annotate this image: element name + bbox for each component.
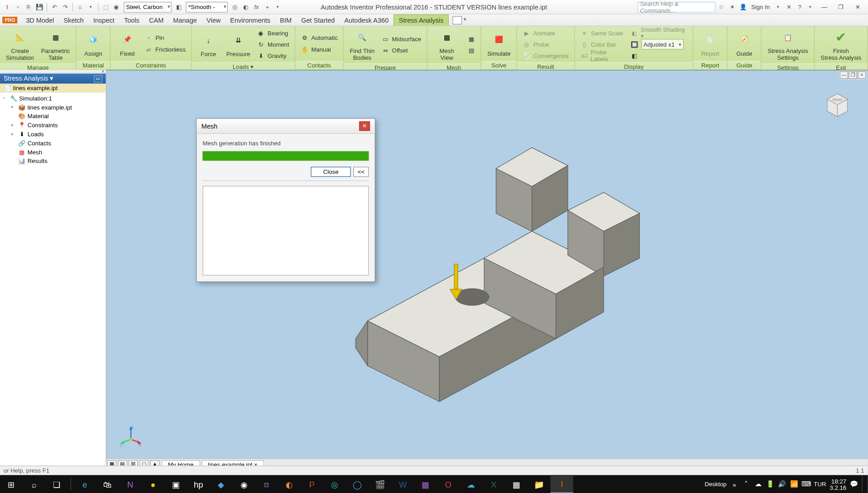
show-desktop-button[interactable] [862, 475, 865, 493]
mesh-local-button[interactable]: ▨ [465, 45, 477, 56]
mesh-view-button[interactable]: ▩Mesh View [431, 28, 463, 62]
pressure-button[interactable]: ⇊Pressure [224, 30, 253, 58]
keyboard-icon[interactable]: ⌨ [802, 480, 810, 488]
open-icon[interactable]: ⎘ [24, 2, 34, 12]
app-icon-5[interactable]: ◯ [346, 475, 369, 493]
tab-inspect[interactable]: Inspect [88, 15, 119, 26]
report-button[interactable]: 📄Report [697, 29, 724, 57]
appearance-combo[interactable]: *Smooth - [186, 1, 228, 12]
firefox-icon[interactable]: ◐ [278, 475, 301, 493]
midsurface-button[interactable]: ▭Midsurface [379, 34, 423, 45]
tab-a360[interactable]: Autodesk A360 [340, 15, 393, 26]
offset-button[interactable]: ⇔Offset [379, 45, 423, 56]
material-combo[interactable]: Steel, Carbon [124, 1, 172, 12]
app-icon-4[interactable]: ◎ [323, 475, 346, 493]
material-swatch-icon[interactable]: ◉ [112, 2, 121, 12]
mdi-minimize-button[interactable]: ― [840, 71, 848, 79]
onedrive-icon[interactable]: ☁ [754, 480, 762, 488]
tree-constraints[interactable]: +📍Constraints [2, 121, 103, 130]
close-button[interactable]: Close [311, 167, 351, 177]
tab-cam[interactable]: CAM [144, 15, 168, 26]
fixed-button[interactable]: 📌Fixed [114, 29, 140, 57]
app-icon-2[interactable]: ▣ [164, 475, 187, 493]
sign-in-link[interactable]: Sign In [751, 4, 770, 10]
store-icon[interactable]: 🛍 [96, 475, 119, 493]
display-extra-button[interactable]: ◧ [628, 50, 689, 61]
tree-results[interactable]: 📊Results [2, 157, 103, 166]
save-icon[interactable]: 💾 [35, 2, 44, 12]
exchange-icon[interactable]: ✕ [784, 2, 794, 12]
dialog-log[interactable] [202, 186, 369, 276]
moment-button[interactable]: ↻Moment [255, 39, 291, 50]
settings-button[interactable]: 📋Stress Analysis Settings [765, 28, 810, 62]
find-thin-button[interactable]: 🔍Find Thin Bodies [347, 28, 377, 62]
browser-header[interactable]: Stress Analysis ▾ ▭ [0, 73, 106, 83]
battery-icon[interactable]: 🔋 [766, 480, 774, 488]
adjusted-combo[interactable]: Adjusted x1 [641, 39, 684, 50]
taskview-icon[interactable]: ❏ [45, 475, 68, 493]
visualstudio-icon[interactable]: ⧈ [255, 475, 278, 493]
home-dropdown-icon[interactable]: ▾ [86, 2, 96, 12]
chrome-icon[interactable]: ◉ [232, 475, 255, 493]
help-icon[interactable]: ? [795, 2, 805, 12]
star-icon[interactable]: ☆ [716, 2, 726, 12]
language-indicator[interactable]: TUR [814, 481, 826, 488]
notifications-icon[interactable]: 💬 [850, 480, 858, 488]
gravity-button[interactable]: ⬇Gravity [255, 50, 291, 61]
movies-icon[interactable]: 🎬 [369, 475, 391, 493]
tree-sim[interactable]: −🔧Simulation:1 [2, 94, 103, 103]
tab-manage[interactable]: Manage [168, 15, 202, 26]
appearance-picker-icon[interactable]: ◎ [230, 2, 240, 12]
tab-view[interactable]: View [201, 15, 225, 26]
undo-icon[interactable]: ↶ [50, 2, 59, 12]
dialog-titlebar[interactable]: Mesh ✕ [197, 119, 374, 134]
tab-sketch[interactable]: Sketch [59, 15, 89, 26]
clock[interactable]: 18:27 3.2.16 [830, 478, 846, 491]
word-icon[interactable]: W [392, 475, 414, 493]
plus-icon[interactable]: ＋ [263, 2, 272, 12]
adjusted-toggle[interactable]: 🔲Adjusted x1 [628, 39, 689, 50]
tray-up-icon[interactable]: ˄ [742, 480, 750, 488]
help-dropdown-icon[interactable]: ▾ [806, 2, 815, 12]
search-icon[interactable]: ⌕ [23, 475, 45, 493]
app-icon-3[interactable]: ◆ [210, 475, 232, 493]
mesh-settings-button[interactable]: ▦ [465, 34, 477, 45]
key-icon[interactable]: ✶ [727, 2, 737, 12]
measure-icon[interactable]: ◐ [241, 2, 250, 12]
browser-options-icon[interactable]: ▭ [94, 75, 102, 82]
edge-icon[interactable]: e [73, 475, 96, 493]
new-icon[interactable]: ▫ [13, 2, 23, 12]
desktop-toolbar[interactable]: Desktop [705, 481, 726, 488]
finish-button[interactable]: ✔Finish Stress Analysis [818, 28, 863, 62]
wifi-icon[interactable]: 📶 [790, 480, 798, 488]
user-icon[interactable]: 👤 [738, 2, 748, 12]
tree-material[interactable]: 🎨Material [2, 112, 103, 121]
tab-3d-model[interactable]: 3D Model [21, 15, 59, 26]
tree-mesh[interactable]: ▦Mesh [2, 148, 103, 157]
tab-tools[interactable]: Tools [119, 15, 144, 26]
file-row[interactable]: 📄 lines example.ipt [0, 84, 106, 93]
fx-icon[interactable]: fx [252, 2, 261, 12]
parametric-table-button[interactable]: ▦Parametric Table [38, 28, 72, 62]
hp-icon[interactable]: hp [187, 475, 210, 493]
app-icon-6[interactable]: ▦ [414, 475, 437, 493]
automatic-button[interactable]: ⚙Automatic [299, 33, 340, 43]
collapse-button[interactable]: << [354, 167, 369, 177]
mdi-close-button[interactable]: × [858, 71, 866, 79]
explorer-icon[interactable]: 📁 [528, 475, 551, 493]
start-button[interactable]: ⊞ [0, 475, 23, 493]
appearance-swatch-icon[interactable]: ◧ [174, 2, 183, 12]
tree-contacts[interactable]: 🔗Contacts [2, 139, 103, 148]
home-icon[interactable]: ⌂ [75, 2, 85, 12]
signin-dropdown-icon[interactable]: ▾ [773, 2, 783, 12]
simulate-button[interactable]: 🟥Simulate [485, 29, 513, 57]
powerpoint-icon[interactable]: P [301, 475, 323, 493]
volume-icon[interactable]: 🔊 [778, 480, 786, 488]
redo-icon[interactable]: ↷ [60, 2, 70, 12]
restore-button[interactable]: ❐ [833, 1, 849, 13]
app-icon-1[interactable]: ● [142, 475, 164, 493]
minimize-button[interactable]: ― [816, 1, 832, 13]
calculator-icon[interactable]: ▦ [505, 475, 528, 493]
mdi-restore-button[interactable]: ❐ [849, 71, 857, 79]
bearing-button[interactable]: ◉Bearing [255, 28, 291, 38]
